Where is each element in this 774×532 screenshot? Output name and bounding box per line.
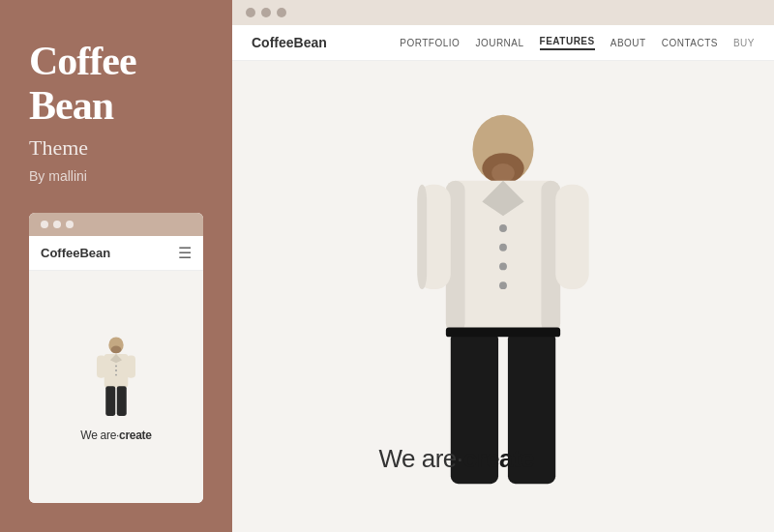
desktop-nav-items: PORTFOLIO JOURNAL FEATURES ABOUT CONTACT… — [400, 36, 755, 50]
nav-item-portfolio[interactable]: PORTFOLIO — [400, 38, 460, 48]
desktop-browser: CoffeeBean PORTFOLIO JOURNAL FEATURES AB… — [232, 25, 774, 532]
mobile-tagline-normal: We are· — [80, 429, 119, 442]
desktop-nav: CoffeeBean PORTFOLIO JOURNAL FEATURES AB… — [232, 25, 774, 61]
svg-rect-23 — [555, 184, 588, 288]
desktop-content: We are·create — [232, 61, 774, 532]
desktop-dot-3 — [277, 8, 286, 17]
mobile-logo: CoffeeBean — [41, 246, 110, 260]
svg-point-6 — [115, 374, 117, 376]
desktop-dot-2 — [261, 8, 271, 17]
nav-item-contacts[interactable]: CONTACTS — [662, 38, 718, 48]
mobile-logo-bold: Bean — [79, 246, 110, 260]
svg-point-1 — [111, 346, 122, 354]
nav-item-buy[interactable]: BUY — [733, 38, 755, 48]
nav-item-features[interactable]: FEATURES — [540, 36, 595, 50]
theme-subtitle: Theme — [29, 135, 203, 161]
desktop-tagline: We are·create — [378, 444, 534, 474]
desktop-person-figure — [407, 97, 598, 497]
svg-point-5 — [115, 369, 117, 371]
theme-title: Coffee Bean — [29, 39, 203, 128]
desktop-logo-bold: Bean — [294, 35, 327, 50]
svg-rect-8 — [127, 356, 135, 378]
desktop-logo: CoffeeBean — [252, 35, 327, 50]
mobile-content: We are·create — [29, 271, 203, 503]
svg-rect-24 — [417, 184, 427, 288]
mobile-tagline: We are·create — [80, 429, 151, 442]
hamburger-icon[interactable]: ☰ — [178, 244, 192, 262]
mobile-person-figure — [92, 332, 140, 429]
theme-author: By mallini — [29, 168, 203, 184]
tagline-bold: create — [463, 444, 535, 473]
svg-rect-10 — [117, 386, 127, 416]
tagline-normal: We are· — [378, 444, 462, 473]
right-panel: CoffeeBean PORTFOLIO JOURNAL FEATURES AB… — [232, 0, 774, 532]
mobile-dot-2 — [53, 221, 61, 228]
mobile-preview-card: CoffeeBean ☰ — [29, 213, 203, 503]
svg-point-4 — [115, 366, 117, 368]
svg-point-13 — [491, 163, 515, 183]
mobile-nav: CoffeeBean ☰ — [29, 236, 203, 271]
svg-point-21 — [499, 281, 507, 289]
mobile-titlebar — [29, 213, 203, 236]
desktop-logo-light: Coffee — [252, 35, 294, 50]
mobile-dot-3 — [66, 221, 74, 228]
nav-item-about[interactable]: ABOUT — [610, 38, 646, 48]
left-panel: Coffee Bean Theme By mallini CoffeeBean … — [0, 0, 232, 532]
svg-rect-7 — [97, 356, 105, 378]
desktop-titlebar — [232, 0, 774, 25]
mobile-logo-light: Coffee — [41, 246, 79, 260]
mobile-tagline-bold: create — [119, 429, 152, 442]
desktop-dot-1 — [246, 8, 255, 17]
svg-point-18 — [499, 224, 507, 232]
mobile-dot-1 — [41, 221, 48, 228]
svg-rect-9 — [105, 386, 115, 416]
svg-rect-27 — [446, 327, 560, 337]
svg-point-20 — [499, 262, 507, 270]
title-line2: Bean — [29, 83, 113, 128]
title-line1: Coffee — [29, 39, 136, 83]
svg-point-19 — [499, 243, 507, 251]
nav-item-journal[interactable]: JOURNAL — [475, 38, 523, 48]
